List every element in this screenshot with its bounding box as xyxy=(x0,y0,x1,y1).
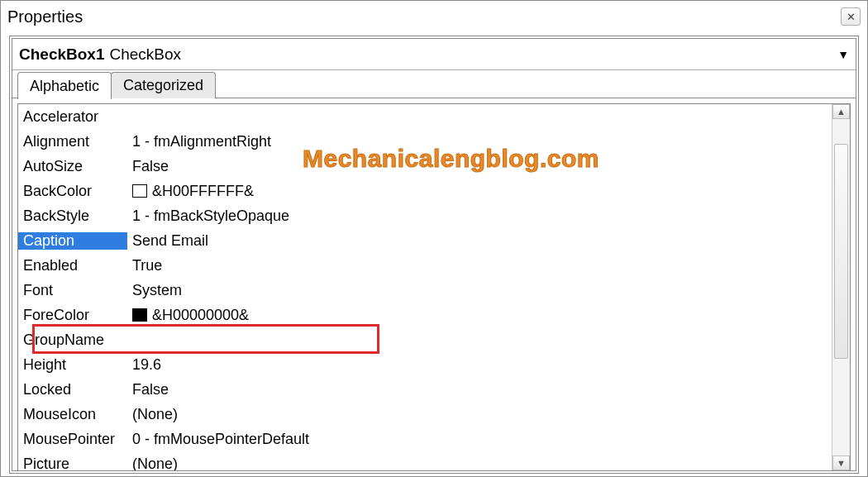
property-name: MouseIcon xyxy=(18,406,127,423)
properties-panel: Properties ✕ CheckBox1 CheckBox ▼ Alphab… xyxy=(0,0,868,477)
property-row[interactable]: Alignment1 - fmAlignmentRight xyxy=(18,129,830,154)
property-row[interactable]: EnabledTrue xyxy=(18,253,830,278)
title-bar: Properties ✕ xyxy=(1,1,867,34)
property-value[interactable]: System xyxy=(127,282,830,299)
panel-title: Properties xyxy=(7,7,83,26)
property-grid-viewport: AcceleratorAlignment1 - fmAlignmentRight… xyxy=(18,104,830,470)
property-row[interactable]: CaptionSend Email xyxy=(18,228,830,253)
property-name: Caption xyxy=(18,232,127,250)
property-row[interactable]: GroupName xyxy=(18,327,830,352)
property-value[interactable]: (None) xyxy=(127,406,830,423)
property-value-text: 19.6 xyxy=(132,356,161,374)
object-name: CheckBox1 xyxy=(19,45,105,64)
property-name: Height xyxy=(18,356,127,374)
property-row[interactable]: AutoSizeFalse xyxy=(18,154,830,179)
scroll-down-button[interactable]: ▼ xyxy=(832,456,850,470)
property-name: Locked xyxy=(18,381,127,398)
property-row[interactable]: Picture(None) xyxy=(18,451,830,470)
scroll-track[interactable] xyxy=(832,119,850,456)
property-value[interactable]: False xyxy=(127,381,830,398)
property-row[interactable]: FontSystem xyxy=(18,278,830,303)
color-swatch-icon xyxy=(132,308,147,322)
property-name: BackStyle xyxy=(18,207,127,225)
property-value[interactable]: 0 - fmMousePointerDefault xyxy=(127,431,830,448)
property-value-text: Send Email xyxy=(132,232,208,250)
property-value[interactable]: False xyxy=(127,158,830,175)
chevron-down-icon[interactable]: ▼ xyxy=(837,48,849,61)
property-value-text: False xyxy=(132,381,169,398)
property-name: ForeColor xyxy=(18,307,127,324)
color-swatch-icon xyxy=(132,184,147,198)
property-value[interactable]: 1 - fmAlignmentRight xyxy=(127,133,830,150)
property-value-text: 0 - fmMousePointerDefault xyxy=(132,431,309,448)
tab-categorized[interactable]: Categorized xyxy=(111,72,216,98)
property-value[interactable]: 19.6 xyxy=(127,356,830,374)
property-row[interactable]: MousePointer0 - fmMousePointerDefault xyxy=(18,427,830,451)
property-name: Font xyxy=(18,282,127,299)
property-name: Accelerator xyxy=(18,108,127,126)
scroll-up-button[interactable]: ▲ xyxy=(832,104,850,119)
property-name: GroupName xyxy=(18,332,127,349)
property-value-text: (None) xyxy=(132,406,178,423)
close-icon: ✕ xyxy=(847,12,856,22)
property-value-text: 1 - fmAlignmentRight xyxy=(132,133,271,150)
property-value[interactable]: True xyxy=(127,257,830,274)
property-value[interactable]: Send Email xyxy=(127,232,830,250)
property-row[interactable]: BackColor&H00FFFFFF& xyxy=(18,179,830,203)
property-name: Picture xyxy=(18,456,127,471)
property-value[interactable]: &H00000000& xyxy=(127,307,830,324)
property-row[interactable]: ForeColor&H00000000& xyxy=(18,303,830,327)
property-row[interactable]: LockedFalse xyxy=(18,377,830,402)
property-row[interactable]: Accelerator xyxy=(18,104,830,129)
property-value-text: (None) xyxy=(132,456,178,471)
property-row[interactable]: BackStyle1 - fmBackStyleOpaque xyxy=(18,203,830,228)
object-type: CheckBox xyxy=(110,45,182,64)
property-name: Alignment xyxy=(18,133,127,150)
property-value-text: False xyxy=(132,158,169,175)
property-value-text: System xyxy=(132,282,182,299)
property-value-text: &H00000000& xyxy=(152,307,249,324)
object-selector[interactable]: CheckBox1 CheckBox ▼ xyxy=(12,39,856,70)
property-value-text: &H00FFFFFF& xyxy=(152,183,254,200)
vertical-scrollbar[interactable]: ▲ ▼ xyxy=(832,104,850,470)
property-value-text: 1 - fmBackStyleOpaque xyxy=(132,207,289,225)
property-row[interactable]: Height19.6 xyxy=(18,352,830,377)
property-name: Enabled xyxy=(18,257,127,274)
property-name: MousePointer xyxy=(18,431,127,448)
tab-alphabetic[interactable]: Alphabetic xyxy=(17,72,112,99)
tab-strip: Alphabetic Categorized xyxy=(12,70,856,98)
property-value[interactable]: 1 - fmBackStyleOpaque xyxy=(127,207,830,225)
property-value[interactable]: &H00FFFFFF& xyxy=(127,183,830,200)
property-name: AutoSize xyxy=(18,158,127,175)
property-name: BackColor xyxy=(18,183,127,200)
property-row[interactable]: MouseIcon(None) xyxy=(18,402,830,427)
property-value-text: True xyxy=(132,257,162,274)
property-grid: AcceleratorAlignment1 - fmAlignmentRight… xyxy=(17,103,851,471)
scroll-thumb[interactable] xyxy=(834,144,848,359)
panel-frame: CheckBox1 CheckBox ▼ Alphabetic Categori… xyxy=(9,36,859,474)
close-button[interactable]: ✕ xyxy=(841,7,861,26)
property-value[interactable]: (None) xyxy=(127,456,830,471)
